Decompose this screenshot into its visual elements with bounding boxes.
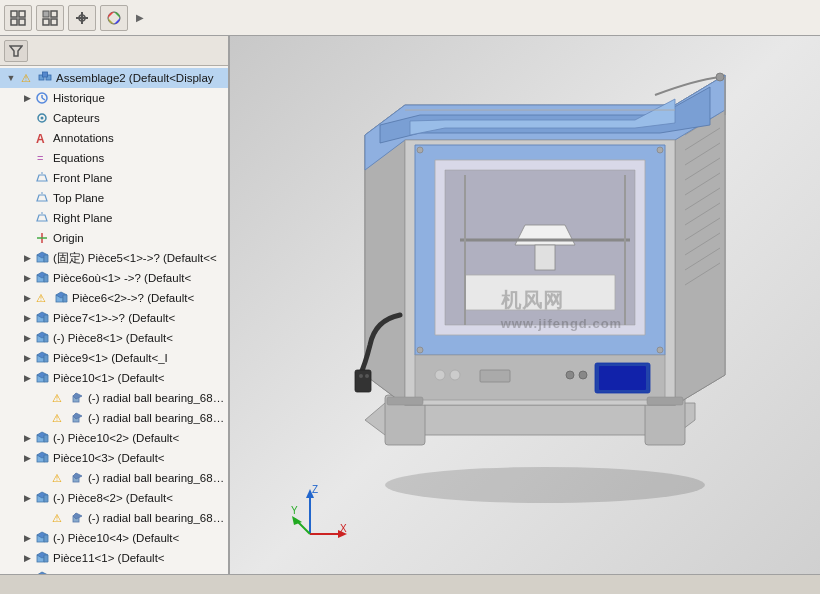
expand-icon-piece8[interactable]: ▶	[20, 331, 34, 345]
part-icon-piece11-1	[34, 550, 50, 566]
part-icon-piece9	[34, 350, 50, 366]
part-sub-icon-radial3	[69, 470, 85, 486]
svg-marker-25	[37, 195, 47, 201]
tree-item-piece8[interactable]: ▶(-) Pièce8<1> (Default<	[0, 328, 228, 348]
svg-marker-39	[63, 295, 67, 302]
tree-item-historique[interactable]: ▶Historique	[0, 88, 228, 108]
toolbar-grid-btn[interactable]	[4, 5, 32, 31]
expand-icon-historique[interactable]: ▶	[20, 91, 34, 105]
tree-item-front-plane[interactable]: Front Plane	[0, 168, 228, 188]
expand-icon-piece10-2[interactable]: ▶	[20, 431, 34, 445]
svg-point-120	[417, 347, 423, 353]
expand-icon-piece7[interactable]: ▶	[20, 311, 34, 325]
svg-rect-125	[387, 397, 423, 405]
plane-icon-front-plane	[34, 170, 50, 186]
tree-item-radial2[interactable]: ⚠(-) radial ball bearing_68_sk	[0, 408, 228, 428]
part-icon-piece5	[34, 250, 50, 266]
tree-label-capteurs: Capteurs	[53, 112, 228, 124]
svg-rect-4	[43, 11, 49, 17]
tree-item-annotations[interactable]: AAnnotations	[0, 128, 228, 148]
root-label: Assemblage2 (Default<Display	[56, 72, 228, 84]
toolbar-more-arrow[interactable]: ▶	[136, 12, 144, 23]
expand-icon-piece11-1[interactable]: ▶	[20, 551, 34, 565]
svg-point-117	[365, 374, 369, 378]
tree-item-piece5[interactable]: ▶(固定) Pièce5<1>->? (Default<<	[0, 248, 228, 268]
tree-item-piece10-1[interactable]: ▶Pièce10<1> (Default<	[0, 368, 228, 388]
expand-icon-piece10-4[interactable]: ▶	[20, 531, 34, 545]
tree-item-top-plane[interactable]: Top Plane	[0, 188, 228, 208]
svg-text:A: A	[36, 132, 45, 145]
tree-label-piece10-4: (-) Pièce10<4> (Default<	[53, 532, 228, 544]
tree-label-radial1: (-) radial ball bearing_68_sk	[88, 392, 228, 404]
tree-item-radial1[interactable]: ⚠(-) radial ball bearing_68_sk	[0, 388, 228, 408]
part-sub-icon-radial1	[69, 390, 85, 406]
svg-marker-23	[37, 175, 47, 181]
part-icon-piece10-3	[34, 450, 50, 466]
part-icon-piece10-2	[34, 430, 50, 446]
tree-label-piece5: (固定) Pièce5<1>->? (Default<<	[53, 251, 228, 266]
tree-items-container: ▶HistoriqueCapteursAAnnotations=Equation…	[0, 88, 228, 574]
part-icon-piece6-2	[53, 290, 69, 306]
expand-icon-piece8-2[interactable]: ▶	[20, 491, 34, 505]
tree-item-piece10-4[interactable]: ▶(-) Pièce10<4> (Default<	[0, 528, 228, 548]
tree-label-annotations: Annotations	[53, 132, 228, 144]
svg-rect-111	[599, 366, 646, 390]
tree-item-piece6ou[interactable]: ▶Pièce6où<1> ->? (Default<	[0, 268, 228, 288]
tree-root-item[interactable]: ▼ ⚠ Assemblage2 (Default<Display	[0, 68, 228, 88]
tree-label-top-plane: Top Plane	[53, 192, 228, 204]
filter-btn[interactable]	[4, 40, 28, 62]
tree-item-piece10-2[interactable]: ▶(-) Pièce10<2> (Default<	[0, 428, 228, 448]
tree-item-piece6-2[interactable]: ▶⚠Pièce6<2>->? (Default<	[0, 288, 228, 308]
svg-rect-5	[51, 11, 57, 17]
expand-icon-piece10-1[interactable]: ▶	[20, 371, 34, 385]
tree-label-radial4: (-) radial ball bearing_68_sk	[88, 512, 228, 524]
plane-icon-right-plane	[34, 210, 50, 226]
main-content: ▼ ⚠ Assemblage2 (Default<Display ▶Histor…	[0, 36, 820, 574]
toolbar-color-btn[interactable]	[100, 5, 128, 31]
tree-item-piece11-1[interactable]: ▶Pièce11<1> (Default<	[0, 548, 228, 568]
svg-text:Z: Z	[312, 484, 318, 495]
tree-label-piece6ou: Pièce6où<1> ->? (Default<	[53, 272, 228, 284]
svg-rect-126	[647, 397, 683, 405]
tree-label-piece10-1: Pièce10<1> (Default<	[53, 372, 228, 384]
equation-icon-equations: =	[34, 150, 50, 166]
expand-icon-piece6-2[interactable]: ▶	[20, 291, 34, 305]
tree-label-radial2: (-) radial ball bearing_68_sk	[88, 412, 228, 424]
tree-label-piece6-2: Pièce6<2>->? (Default<	[72, 292, 228, 304]
tree-label-piece8-2: (-) Pièce8<2> (Default<	[53, 492, 228, 504]
tree-item-equations[interactable]: =Equations	[0, 148, 228, 168]
tree-label-origin: Origin	[53, 232, 228, 244]
tree-item-piece7[interactable]: ▶Pièce7<1>->? (Default<	[0, 308, 228, 328]
toolbar-minus-btn[interactable]	[36, 5, 64, 31]
tree-label-piece11-1: Pièce11<1> (Default<	[53, 552, 228, 564]
tree-item-piece9[interactable]: ▶Pièce9<1> (Default<_I	[0, 348, 228, 368]
svg-marker-103	[465, 275, 615, 310]
sensor-icon-capteurs	[34, 110, 50, 126]
expand-icon-piece5[interactable]: ▶	[20, 251, 34, 265]
part-icon-piece8	[34, 330, 50, 346]
tree-item-origin[interactable]: Origin	[0, 228, 228, 248]
root-warning-icon: ⚠	[18, 70, 34, 86]
root-expand-icon[interactable]: ▼	[4, 71, 18, 85]
toolbar-cross-btn[interactable]	[68, 5, 96, 31]
viewport[interactable]: 机风网 www.jifengd.com Z X Y	[230, 36, 820, 574]
top-toolbar: ▶	[0, 0, 820, 36]
tree-item-capteurs[interactable]: Capteurs	[0, 108, 228, 128]
expand-icon-piece10-3[interactable]: ▶	[20, 451, 34, 465]
svg-marker-27	[37, 215, 47, 221]
tree-item-radial4[interactable]: ⚠(-) radial ball bearing_68_sk	[0, 508, 228, 528]
tree-item-radial3[interactable]: ⚠(-) radial ball bearing_68_sk	[0, 468, 228, 488]
svg-point-112	[566, 371, 574, 379]
tree-label-piece10-2: (-) Pièce10<2> (Default<	[53, 432, 228, 444]
part-sub-icon-radial2	[69, 410, 85, 426]
tree-item-right-plane[interactable]: Right Plane	[0, 208, 228, 228]
tree-item-piece10-3[interactable]: ▶Pièce10<3> (Default<	[0, 448, 228, 468]
expand-icon-piece6ou[interactable]: ▶	[20, 271, 34, 285]
status-bar	[0, 574, 820, 594]
svg-point-116	[359, 374, 363, 378]
model-container	[290, 56, 800, 514]
tree-item-piece8-2[interactable]: ▶(-) Pièce8<2> (Default<	[0, 488, 228, 508]
svg-rect-15	[43, 72, 48, 77]
expand-icon-piece9[interactable]: ▶	[20, 351, 34, 365]
warning-icon-radial1: ⚠	[50, 390, 66, 406]
